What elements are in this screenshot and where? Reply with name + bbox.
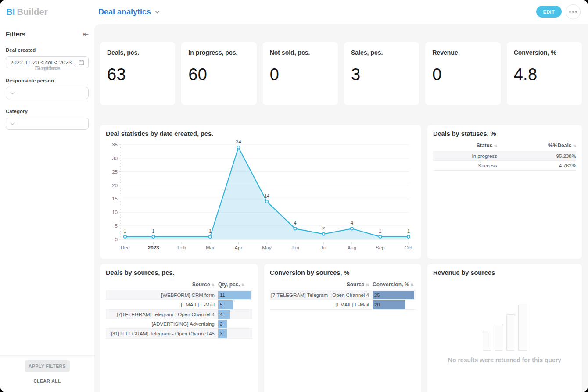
source-cell: [WEBFORM] CRM form [106,292,218,298]
revenue-by-sources-title: Revenue by sources [433,269,576,276]
bar-cell: 11 [218,290,252,299]
svg-text:30: 30 [112,156,118,161]
bar-cell: 5 [218,300,252,309]
bar-value: 5 [218,302,222,307]
table-row: [7|TELEGRAM] Telegram - Open Channel 4 4 [106,310,252,319]
sources-table-body: [WEBFORM] CRM form 11 [EMAIL] E-Mail 5 [… [106,290,252,339]
table-row: [7|TELEGRAM] Telegram - Open Channel 4 2… [270,290,416,300]
calendar-icon [79,60,84,65]
category-label: Category [6,109,89,114]
kpi-value: 63 [107,65,168,84]
category-select[interactable]: 5 options [6,118,89,130]
sort-icon: ⇅ [494,144,497,148]
table-row: [EMAIL] E-Mail 20 [270,300,416,310]
qty-column-header[interactable]: Qty, pcs.⇅ [218,282,252,288]
source-column-header[interactable]: Source⇅ [106,282,218,288]
source-cell: [EMAIL] E-Mail [106,302,218,307]
svg-text:May: May [262,245,272,250]
table-row: In progress 95.238% [433,151,576,161]
empty-chart-icon [483,305,527,351]
value-bar: 20 [373,300,405,309]
category-value: 5 options [0,65,94,71]
svg-text:Dec: Dec [121,245,130,250]
status-cell: Success [433,163,501,168]
responsible-person-select[interactable]: 18 options [6,87,89,99]
source-cell: [7|TELEGRAM] Telegram - Open Channel 4 [106,312,218,317]
kpi-cards-row: Deals, pcs. 63In progress, pcs. 60Not so… [100,42,582,105]
apply-filters-button[interactable]: APPLY FILTERS [25,360,70,372]
status-column-header[interactable]: Status⇅ [433,143,501,149]
conversion-by-sources-title: Conversion by sources, % [270,269,416,276]
source-cell: [7|TELEGRAM] Telegram - Open Channel 4 [270,292,373,298]
svg-text:Aug: Aug [348,245,356,250]
bar-cell: 25 [373,290,416,299]
responsible-person-label: Responsible person [6,78,89,83]
svg-text:0: 0 [115,237,118,242]
percent-cell: 95.238% [501,153,576,159]
chevron-down-icon [155,11,160,14]
svg-text:2023: 2023 [148,245,159,250]
dashboard-title-dropdown[interactable]: Deal analytics [98,7,160,17]
kpi-label: Conversion, % [514,49,575,56]
svg-text:14: 14 [264,193,269,199]
source-cell: [31|TELEGRAM] Telegram - Open Channel 45 [106,331,218,336]
bar-value: 25 [373,292,380,298]
statuses-table-body: In progress 95.238%Success 4.762% [433,151,576,171]
table-row: [31|TELEGRAM] Telegram - Open Channel 45… [106,329,252,339]
bar-value: 11 [218,292,225,298]
kpi-label: In progress, pcs. [188,49,249,56]
kpi-card: In progress, pcs. 60 [181,42,256,105]
logo-builder: Builder [17,7,47,17]
svg-text:2: 2 [322,226,325,231]
kpi-value: 4.8 [514,65,575,84]
kpi-card: Conversion, % 4.8 [507,42,582,105]
sort-icon: ⇅ [211,283,215,287]
kpi-label: Not sold, pcs. [270,49,331,56]
top-bar: BIBuilder Deal analytics EDIT [0,0,588,24]
svg-text:Oct: Oct [405,245,413,250]
conversion-column-header[interactable]: Conversion, %⇅ [373,282,416,288]
value-bar: 5 [218,300,233,309]
kpi-card: Deals, pcs. 63 [100,42,175,105]
chevron-down-icon [10,122,15,125]
svg-text:34: 34 [236,139,241,144]
bar-value: 4 [218,312,222,317]
svg-text:1: 1 [209,228,212,234]
kpi-card: Revenue 0 [425,42,500,105]
bar-value: 20 [373,302,380,307]
kpi-value: 0 [270,65,331,84]
bar-value: 3 [218,331,222,336]
source-cell: [ADVERTISING] Advertising [106,321,218,327]
value-bar: 3 [218,320,227,328]
revenue-by-sources-panel: Revenue by sources No results were retur… [427,264,582,392]
svg-text:Jul: Jul [320,245,327,250]
svg-text:Sep: Sep [376,245,384,250]
collapse-sidebar-icon[interactable]: ⇤ [83,31,89,37]
ellipsis-icon [569,11,571,13]
svg-text:4: 4 [294,220,297,225]
deals-percent-column-header[interactable]: %%Deals⇅ [501,143,576,149]
table-row: [ADVERTISING] Advertising 3 [106,319,252,329]
value-bar: 4 [218,310,230,319]
app-logo: BIBuilder [6,7,48,17]
value-bar: 25 [373,291,414,299]
app-window: BIBuilder Deal analytics EDIT Filters ⇤ … [0,0,588,392]
percent-cell: 4.762% [501,163,576,168]
svg-text:1: 1 [407,228,410,234]
more-options-button[interactable] [566,4,581,19]
edit-button[interactable]: EDIT [536,6,562,18]
no-results-placeholder: No results were returned for this query [427,305,582,363]
svg-text:Apr: Apr [234,245,242,250]
dashboard-content: Deals, pcs. 63In progress, pcs. 60Not so… [94,24,588,392]
kpi-value: 3 [351,65,412,84]
table-row: [WEBFORM] CRM form 11 [106,290,252,300]
source-column-header[interactable]: Source⇅ [270,282,373,288]
deal-statistics-chart[interactable]: 05101520253035Dec2023FebMarAprMayJunJulA… [100,130,421,257]
svg-text:5: 5 [115,223,118,228]
value-bar: 11 [218,291,251,299]
bar-value: 3 [218,321,222,327]
svg-text:10: 10 [112,210,118,215]
deal-created-label: Deal created [6,47,89,53]
sidebar-footer: APPLY FILTERS CLEAR ALL [0,355,94,392]
clear-all-button[interactable]: CLEAR ALL [33,378,61,384]
